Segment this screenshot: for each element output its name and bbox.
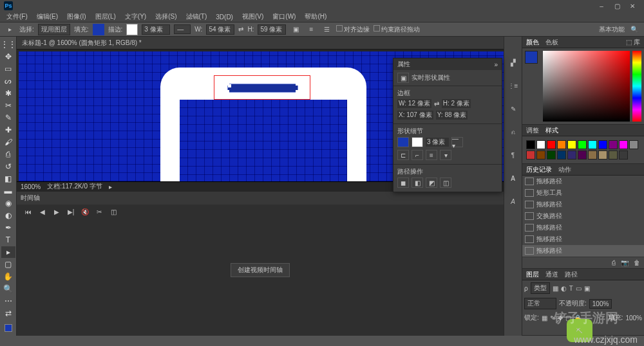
tab-color[interactable]: 颜色 xyxy=(526,38,539,47)
menu-view[interactable]: 视图(V) xyxy=(238,12,267,22)
opt-stroke-width[interactable]: 3 像素 xyxy=(142,24,170,35)
panel-collapse-icon[interactable]: » xyxy=(494,61,498,68)
brush-panel-icon[interactable]: ⋮≡ xyxy=(507,79,520,92)
tool-more[interactable]: ⋯ xyxy=(1,295,15,307)
prop-y-input[interactable]: Y: 88 像素 xyxy=(436,111,468,120)
lock-trans-icon[interactable]: ▦ xyxy=(542,314,547,322)
stroke-color-swatch[interactable] xyxy=(412,137,423,147)
tab-history[interactable]: 历史记录 xyxy=(526,165,552,174)
stroke-w-input[interactable]: 3 像素 xyxy=(426,138,449,147)
prop-h-input[interactable]: H: 2 像素 xyxy=(442,99,471,108)
tool-pen[interactable]: ✒ xyxy=(1,222,15,233)
subtract-icon[interactable]: ◧ xyxy=(412,178,423,188)
mask-icon[interactable]: ▣ xyxy=(397,73,409,83)
paragraph-icon[interactable]: ¶ xyxy=(507,149,520,161)
tab-layers[interactable]: 图层 xyxy=(526,270,539,279)
style-swatch[interactable] xyxy=(588,140,597,149)
tool-swap[interactable]: ⇄ xyxy=(1,307,15,319)
tl-trans-icon[interactable]: ◫ xyxy=(108,207,118,217)
tool-eraser[interactable]: ◧ xyxy=(1,173,15,185)
history-item[interactable]: 拖移路径 xyxy=(522,176,644,187)
tool-lasso[interactable]: ᔕ xyxy=(1,75,15,87)
menu-help[interactable]: 帮助(H) xyxy=(301,12,330,22)
align-stroke-icon[interactable]: ≡ xyxy=(426,150,437,160)
history-item[interactable]: 矩形工具 xyxy=(522,187,644,199)
hue-slider[interactable] xyxy=(632,51,641,122)
style-swatch[interactable] xyxy=(609,140,618,149)
style-swatch[interactable] xyxy=(557,140,566,149)
path-align-icon[interactable]: ≡ xyxy=(305,24,317,35)
style-swatch[interactable] xyxy=(629,140,638,149)
tool-dodge[interactable]: ◐ xyxy=(1,210,15,221)
style-swatch[interactable] xyxy=(536,140,545,149)
menu-type[interactable]: 文字(Y) xyxy=(121,12,150,22)
search-icon[interactable]: 🔍 xyxy=(629,24,640,35)
tab-styles[interactable]: 样式 xyxy=(545,126,558,135)
opt-h-input[interactable]: 59 像素 xyxy=(258,24,286,35)
lib-icon[interactable]: ⬚ 库 xyxy=(626,38,640,47)
tl-next-icon[interactable]: ▶| xyxy=(66,207,76,217)
tool-shape[interactable]: ▢ xyxy=(1,259,15,270)
style-swatch[interactable] xyxy=(578,140,587,149)
tool-heal[interactable]: ✚ xyxy=(1,124,15,136)
tool-hand[interactable]: ✋ xyxy=(1,271,15,282)
exclude-icon[interactable]: ◫ xyxy=(440,178,451,188)
link-wh-icon[interactable]: ⇄ xyxy=(238,26,243,33)
path-arrange-icon[interactable]: ☰ xyxy=(321,24,332,35)
tool-grip-icon[interactable]: ⋮⋮ xyxy=(1,39,15,50)
filter-pixel-icon[interactable]: ▦ xyxy=(553,285,558,292)
cap-icon[interactable]: ⊏ xyxy=(397,150,409,160)
status-chevron-icon[interactable]: ▸ xyxy=(109,183,112,190)
menu-window[interactable]: 窗口(W) xyxy=(269,12,299,22)
tab-paths[interactable]: 路径 xyxy=(565,270,578,279)
opt-fill-swatch[interactable] xyxy=(93,24,104,35)
filter-adj-icon[interactable]: ◐ xyxy=(561,285,567,292)
window-maximize-button[interactable]: ▢ xyxy=(609,3,625,10)
style-swatch[interactable] xyxy=(567,150,576,159)
layer-kind-select[interactable]: 类型 xyxy=(531,282,550,294)
opt-w-input[interactable]: 54 像素 xyxy=(206,24,234,35)
stroke-type-select[interactable]: — ▾ xyxy=(451,137,463,147)
window-close-button[interactable]: ✕ xyxy=(625,3,640,10)
lock-paint-icon[interactable]: ✎ xyxy=(550,314,555,322)
tl-first-icon[interactable]: ⏮ xyxy=(23,207,33,217)
tool-path-select[interactable]: ▸ xyxy=(1,246,15,258)
tool-blur[interactable]: ◉ xyxy=(1,197,15,209)
color-field[interactable] xyxy=(543,51,630,122)
combine-icon[interactable]: ◼ xyxy=(397,178,409,188)
fill-input[interactable]: 100% xyxy=(625,314,642,322)
history-item[interactable]: 拖移路径 xyxy=(522,245,644,257)
prop-x-input[interactable]: X: 107 像素 xyxy=(397,111,433,120)
color-fgbg-swatch[interactable] xyxy=(525,51,538,64)
tool-brush[interactable]: 🖌 xyxy=(1,136,15,148)
menu-edit[interactable]: 编辑(E) xyxy=(33,12,62,22)
prop-w-input[interactable]: W: 12 像素 xyxy=(397,99,431,108)
tl-play-icon[interactable]: ▶ xyxy=(52,207,62,217)
clone-source-icon[interactable]: ⎌ xyxy=(507,125,520,138)
tab-swatches[interactable]: 色板 xyxy=(545,38,558,47)
tool-type[interactable]: T xyxy=(1,234,15,246)
menu-layer[interactable]: 图层(L) xyxy=(91,12,120,22)
tab-channels[interactable]: 通道 xyxy=(545,270,558,279)
style-swatch[interactable] xyxy=(526,140,535,149)
intersect-icon[interactable]: ◩ xyxy=(426,178,437,188)
style-swatch[interactable] xyxy=(536,150,545,159)
tool-wand[interactable]: ✱ xyxy=(1,87,15,99)
tl-prev-icon[interactable]: ◀ xyxy=(37,207,48,217)
path-op-icon[interactable]: ▣ xyxy=(290,24,301,35)
brush-preset-icon[interactable]: ✎ xyxy=(507,102,520,115)
tool-crop[interactable]: ✂ xyxy=(1,100,15,111)
style-swatch[interactable] xyxy=(588,150,597,159)
history-item[interactable]: 交换路径 xyxy=(522,210,644,222)
corner-icon[interactable]: ⌐ xyxy=(412,150,423,160)
window-minimize-button[interactable]: – xyxy=(594,3,609,10)
create-video-timeline-button[interactable]: 创建视频时间轴 xyxy=(231,263,290,277)
style-swatch[interactable] xyxy=(567,140,576,149)
filter-shape-icon[interactable]: ▭ xyxy=(576,285,582,292)
blend-mode-select[interactable]: 正常 xyxy=(524,298,556,309)
history-delete-icon[interactable]: 🗑 xyxy=(634,259,640,266)
style-swatch[interactable] xyxy=(619,150,628,159)
tool-marquee[interactable]: ▭ xyxy=(1,63,15,75)
tool-move[interactable]: ✥ xyxy=(1,51,15,62)
history-snapshot-icon[interactable]: ⎙ xyxy=(612,259,616,266)
